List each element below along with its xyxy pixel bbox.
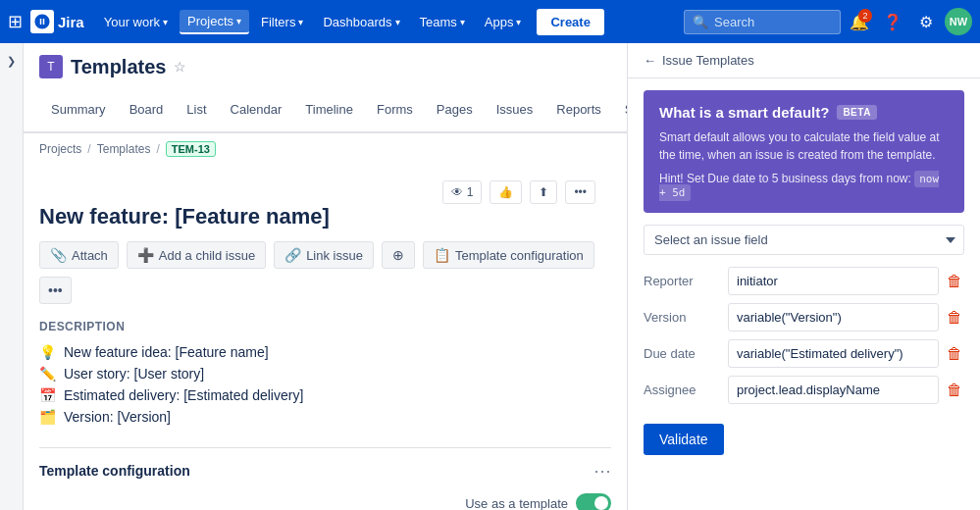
watch-button[interactable]: 👁 1	[442, 180, 483, 204]
template-config-section: Template configuration ⋯ Use as a templa…	[39, 447, 611, 510]
teams-chevron: ▾	[460, 17, 465, 27]
settings-button[interactable]: ⚙	[911, 7, 941, 36]
share-button[interactable]: ⬆	[530, 180, 557, 204]
link-issue-button[interactable]: 🔗 Link issue	[274, 241, 374, 269]
project-header: T Templates ☆	[24, 43, 627, 78]
nav-tab-forms[interactable]: Forms	[365, 94, 425, 127]
right-panel: ← Issue Templates What is a smart defaul…	[627, 43, 980, 510]
version-delete-button[interactable]: 🗑	[945, 309, 964, 327]
thumbsup-icon: 👍	[498, 185, 513, 199]
apps-chevron: ▾	[516, 17, 521, 27]
nav-your-work[interactable]: Your work ▾	[96, 11, 176, 33]
assignee-label: Assignee	[644, 382, 722, 397]
version-value[interactable]: variable("Version")	[728, 303, 939, 332]
nav-tab-calendar[interactable]: Calendar	[219, 94, 294, 127]
nav-teams[interactable]: Teams ▾	[412, 11, 473, 33]
more-actions-button[interactable]: •••	[565, 180, 595, 204]
nav-filters[interactable]: Filters ▾	[253, 11, 311, 33]
link-icon: 🔗	[284, 247, 301, 263]
top-navigation: ⊞ Jira Your work ▾ Projects ▾ Filters ▾ …	[0, 0, 980, 43]
nav-tab-summary[interactable]: Summary	[39, 94, 118, 127]
search-bar[interactable]: 🔍 Search	[684, 10, 841, 34]
breadcrumb: Projects / Templates / TEM-13	[24, 133, 627, 161]
attach-button[interactable]: 📎 Attach	[39, 241, 119, 269]
notification-badge: 2	[858, 9, 872, 23]
breadcrumb-issue-tag[interactable]: TEM-13	[166, 141, 216, 157]
nav-tab-shortcuts[interactable]: Shortcuts ▾	[613, 94, 627, 127]
use-template-label: Use as a template	[465, 496, 568, 511]
nav-tab-reports[interactable]: Reports	[544, 94, 613, 127]
eye-icon: 👁	[451, 185, 463, 199]
jira-logo[interactable]: Jira	[30, 10, 84, 33]
smart-card-hint: Hint! Set Due date to 5 business days fr…	[659, 172, 949, 199]
dashboards-chevron: ▾	[395, 17, 400, 27]
description-section: Description 💡 New feature idea: [Feature…	[39, 320, 611, 428]
nav-tab-issues[interactable]: Issues	[485, 94, 545, 127]
use-template-toggle[interactable]	[576, 493, 611, 510]
nav-dashboards[interactable]: Dashboards ▾	[315, 11, 407, 33]
star-icon[interactable]: ☆	[174, 59, 186, 75]
apps-grid-icon[interactable]: ⊞	[8, 11, 23, 32]
user-avatar[interactable]: NW	[945, 8, 972, 35]
search-icon: 🔍	[693, 15, 708, 29]
project-title: Templates	[71, 56, 166, 78]
due-date-delete-button[interactable]: 🗑	[945, 345, 964, 363]
desc-emoji-1: ✏️	[39, 366, 56, 382]
add-child-issue-button[interactable]: ➕ Add a child issue	[127, 241, 266, 269]
breadcrumb-templates[interactable]: Templates	[97, 142, 151, 156]
desc-item-3: 🗂️ Version: [Version]	[39, 406, 611, 428]
jira-logo-text: Jira	[58, 14, 84, 30]
field-rows: Reporter initiator 🗑 Version variable("V…	[628, 267, 980, 404]
assignee-delete-button[interactable]: 🗑	[945, 382, 964, 399]
notifications-button[interactable]: 🔔 2	[845, 7, 874, 36]
due-date-value[interactable]: variable("Estimated delivery")	[728, 339, 939, 368]
add-child-icon: ➕	[137, 247, 154, 263]
more-actions-bar-button[interactable]: •••	[39, 277, 72, 304]
main-layout: ❯ T Templates ☆ Summary Board List Calen…	[0, 43, 980, 510]
thumbsup-button[interactable]: 👍	[490, 180, 522, 204]
back-arrow-icon: ←	[644, 53, 656, 68]
breadcrumb-projects[interactable]: Projects	[39, 142, 81, 156]
desc-item-2: 📅 Estimated delivery: [Estimated deliver…	[39, 384, 611, 406]
desc-emoji-3: 🗂️	[39, 409, 56, 425]
field-row-version: Version variable("Version") 🗑	[644, 303, 964, 332]
panel-title: Issue Templates	[662, 53, 754, 68]
description-list: 💡 New feature idea: [Feature name] ✏️ Us…	[39, 341, 611, 428]
nav-tab-pages[interactable]: Pages	[425, 94, 485, 127]
reporter-value[interactable]: initiator	[728, 267, 939, 295]
create-button[interactable]: Create	[537, 9, 603, 35]
sidebar-toggle[interactable]: ❯	[0, 43, 24, 510]
nav-tab-timeline[interactable]: Timeline	[293, 94, 365, 127]
beta-badge: BETA	[837, 105, 876, 120]
action-bar: 📎 Attach ➕ Add a child issue 🔗 Link issu…	[39, 241, 611, 304]
content-area: T Templates ☆ Summary Board List Calenda…	[24, 43, 627, 510]
filters-chevron: ▾	[298, 17, 303, 27]
nav-tab-list[interactable]: List	[175, 94, 218, 127]
nav-tab-board[interactable]: Board	[118, 94, 176, 127]
reporter-delete-button[interactable]: 🗑	[945, 273, 964, 290]
projects-chevron: ▾	[236, 16, 241, 26]
smart-default-card: What is a smart default? BETA Smart defa…	[644, 90, 964, 213]
share-icon: ⬆	[539, 185, 548, 199]
smart-card-title: What is a smart default?	[659, 104, 829, 121]
desc-item-1: ✏️ User story: [User story]	[39, 363, 611, 384]
template-config-button[interactable]: 📋 Template configuration	[423, 241, 594, 269]
version-label: Version	[644, 310, 722, 325]
nav-projects[interactable]: Projects ▾	[180, 10, 249, 34]
smart-card-description: Smart default allows you to calculate th…	[659, 128, 949, 164]
validate-button[interactable]: Validate	[644, 424, 724, 455]
config-more-button[interactable]: ⋯	[593, 460, 611, 482]
project-nav: Summary Board List Calendar Timeline For…	[24, 86, 627, 133]
desc-item-0: 💡 New feature idea: [Feature name]	[39, 341, 611, 363]
assignee-value[interactable]: project.lead.displayName	[728, 376, 939, 404]
your-work-chevron: ▾	[163, 17, 168, 27]
desc-emoji-2: 📅	[39, 387, 56, 403]
template-config-header: Template configuration ⋯	[39, 460, 611, 482]
nav-apps[interactable]: Apps ▾	[477, 11, 530, 33]
description-label: Description	[39, 320, 611, 333]
help-button[interactable]: ❓	[878, 7, 907, 36]
issue-field-select[interactable]: Select an issue field	[644, 225, 964, 255]
back-button[interactable]: ← Issue Templates	[644, 53, 754, 68]
field-row-reporter: Reporter initiator 🗑	[644, 267, 964, 295]
dp-button[interactable]: ⊕	[382, 241, 415, 269]
